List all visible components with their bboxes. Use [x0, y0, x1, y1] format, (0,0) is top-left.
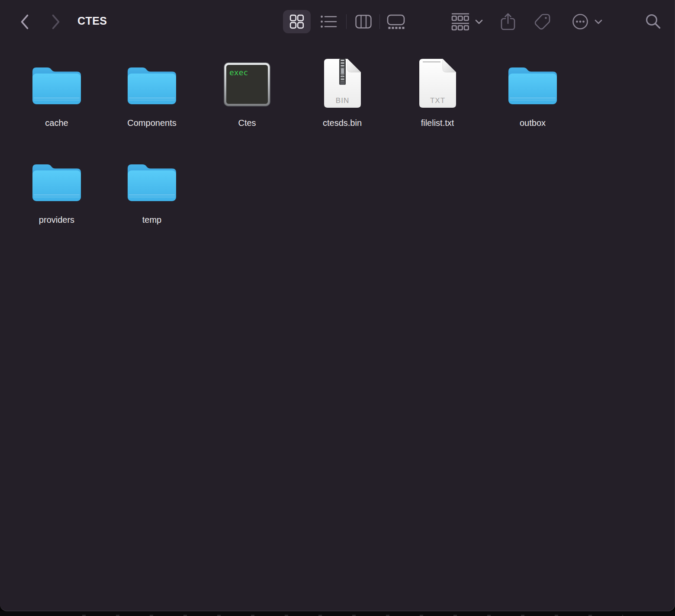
group-by-button[interactable]	[449, 11, 485, 32]
chevron-down-icon	[595, 19, 602, 24]
gallery-view-icon	[387, 14, 405, 29]
chevron-left-icon	[20, 14, 29, 30]
column-view-icon	[355, 15, 372, 29]
list-view-button[interactable]	[315, 10, 342, 33]
toolbar-divider	[379, 14, 380, 29]
file-label: Components	[127, 118, 176, 128]
back-button[interactable]	[18, 13, 31, 31]
toolbar: CTES	[0, 0, 675, 43]
chevron-down-icon	[475, 19, 483, 24]
file-item-filelist.txt[interactable]: TXT filelist.txt	[390, 55, 485, 151]
file-label: filelist.txt	[421, 118, 454, 128]
svg-text:TXT: TXT	[430, 96, 445, 105]
file-label: temp	[142, 215, 161, 225]
folder-icon	[126, 63, 178, 108]
icon-view-button[interactable]	[283, 10, 311, 33]
toolbar-divider	[346, 14, 347, 29]
file-label: providers	[39, 215, 74, 225]
list-view-icon	[321, 15, 337, 28]
folder-icon	[126, 160, 178, 205]
folder-icon	[507, 63, 559, 108]
folder-icon	[31, 160, 83, 205]
archive-bin-icon: BIN	[324, 58, 361, 108]
svg-text:exec: exec	[229, 68, 248, 77]
chevron-right-icon	[51, 14, 61, 30]
search-button[interactable]	[643, 12, 663, 32]
file-item-temp[interactable]: temp	[104, 151, 199, 248]
file-label: cache	[45, 118, 68, 128]
tag-icon	[534, 13, 551, 30]
file-label: outbox	[520, 118, 546, 128]
svg-text:BIN: BIN	[335, 96, 349, 105]
file-item-Ctes[interactable]: exec Ctes	[199, 55, 295, 151]
dock-edge	[0, 611, 675, 616]
file-item-outbox[interactable]: outbox	[485, 55, 580, 151]
window-title: CTES	[77, 15, 107, 27]
search-icon	[645, 13, 662, 30]
column-view-button[interactable]	[350, 10, 377, 33]
forward-button[interactable]	[49, 13, 62, 31]
folder-icon	[31, 63, 83, 108]
ellipsis-circle-icon	[572, 13, 588, 30]
group-by-icon	[451, 13, 470, 31]
share-button[interactable]	[498, 11, 518, 32]
file-item-providers[interactable]: providers	[9, 151, 104, 248]
tags-button[interactable]	[532, 11, 553, 32]
file-item-cache[interactable]: cache	[9, 55, 104, 151]
file-grid: cache	[9, 55, 585, 248]
file-label: Ctes	[238, 118, 256, 128]
file-label: ctesds.bin	[323, 118, 362, 128]
finder-window: CTES	[0, 0, 675, 611]
text-file-icon: TXT	[419, 58, 456, 108]
more-options-button[interactable]	[568, 11, 607, 32]
gallery-view-button[interactable]	[382, 10, 409, 33]
file-item-ctesds.bin[interactable]: BIN ctesds.bin	[295, 55, 390, 151]
file-item-Components[interactable]: Components	[104, 55, 199, 151]
unix-executable-icon: exec	[224, 62, 270, 108]
grid-view-icon	[289, 14, 304, 29]
share-icon	[501, 13, 515, 31]
